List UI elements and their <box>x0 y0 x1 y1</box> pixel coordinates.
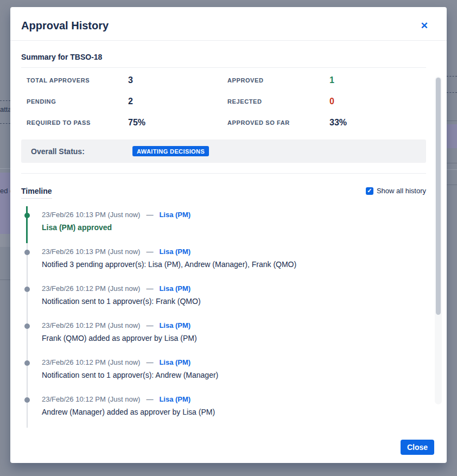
backdrop-divider <box>447 120 457 121</box>
stat-label-approved-so-far: APPROVED SO FAR <box>227 119 290 126</box>
stat-value-required-to-pass: 75% <box>128 118 145 128</box>
timeline-actor-link[interactable]: Lisa (PM) <box>159 211 191 219</box>
timeline-dot-icon <box>24 213 30 218</box>
timeline-message: Notified 3 pending approver(s): Lisa (PM… <box>42 260 426 269</box>
backdrop-divider <box>447 163 457 163</box>
timeline-timestamp: 23/Feb/26 10:12 PM (Just now) <box>42 395 140 403</box>
divider <box>21 173 426 174</box>
timeline-connector-line <box>27 280 28 317</box>
close-button[interactable]: Close <box>401 440 434 455</box>
backdrop-divider <box>447 185 457 185</box>
screen: atta ed o Approval History ✕ Summary for… <box>0 0 457 476</box>
modal-header: Approval History ✕ <box>10 7 447 41</box>
timeline-entry-meta: 23/Feb/26 10:12 PM (Just now)—Lisa (PM) <box>42 354 426 366</box>
backdrop-highlight-row: ed o <box>0 173 10 234</box>
timeline-timestamp: 23/Feb/26 10:12 PM (Just now) <box>42 284 140 293</box>
stat-value-approved: 1 <box>329 75 334 85</box>
backdrop-text-fragment: atta <box>0 105 10 113</box>
timeline-entry: 23/Feb/26 10:12 PM (Just now)—Lisa (PM) … <box>21 280 426 317</box>
modal-footer: Close <box>10 434 447 463</box>
timeline-separator: — <box>146 395 153 403</box>
timeline-entry-meta: 23/Feb/26 10:12 PM (Just now)—Lisa (PM) <box>42 391 426 403</box>
timeline-actor-link[interactable]: Lisa (PM) <box>159 321 191 329</box>
timeline-timestamp: 23/Feb/26 10:13 PM (Just now) <box>42 211 140 219</box>
backdrop-dashed-line <box>0 123 10 124</box>
timeline-actor-link[interactable]: Lisa (PM) <box>159 284 191 293</box>
timeline-timestamp: 23/Feb/26 10:12 PM (Just now) <box>42 358 140 366</box>
timeline-timestamp: 23/Feb/26 10:12 PM (Just now) <box>42 321 140 329</box>
timeline-entry: 23/Feb/26 10:13 PM (Just now)—Lisa (PM) … <box>21 243 426 280</box>
backdrop-divider <box>447 169 457 170</box>
timeline-message: Andrew (Manager) added as approver by Li… <box>42 408 426 416</box>
backdrop-text-fragment: ed o <box>0 173 10 195</box>
timeline-separator: — <box>146 284 153 293</box>
timeline-entry: 23/Feb/26 10:12 PM (Just now)—Lisa (PM) … <box>21 317 426 354</box>
timeline-entry-meta: 23/Feb/26 10:13 PM (Just now)—Lisa (PM) <box>42 243 426 256</box>
summary-stats-grid: TOTAL APPROVERS 3 APPROVED 1 PENDING 2 R… <box>21 69 426 133</box>
stat-label-total-approvers: TOTAL APPROVERS <box>27 77 90 84</box>
status-badge: AWAITING DECISIONS <box>132 146 209 156</box>
timeline-message: Notification sent to 1 approver(s): Fran… <box>42 297 426 306</box>
show-all-history-toggle[interactable]: ✓ Show all history <box>366 187 426 195</box>
check-icon: ✓ <box>367 188 372 194</box>
timeline-separator: — <box>146 358 153 366</box>
timeline-message: Notification sent to 1 approver(s): Andr… <box>42 371 426 379</box>
stat-value-pending: 2 <box>128 97 133 106</box>
stat-value-approved-so-far: 33% <box>329 118 347 128</box>
stat-label-approved: APPROVED <box>227 77 264 84</box>
timeline-connector-line <box>27 354 28 391</box>
modal-title: Approval History <box>21 20 418 32</box>
stat-label-required-to-pass: REQUIRED TO PASS <box>27 119 91 126</box>
scrollbar-track[interactable] <box>435 77 442 404</box>
backdrop-divider <box>0 168 10 169</box>
timeline-heading: Timeline <box>21 187 52 199</box>
summary-heading: Summary for TBSO-18 <box>21 53 426 61</box>
timeline-separator: — <box>146 247 153 256</box>
backdrop-row <box>0 234 10 247</box>
scrollbar-thumb[interactable] <box>436 78 441 315</box>
modal-body: Summary for TBSO-18 TOTAL APPROVERS 3 AP… <box>10 41 447 434</box>
timeline-message: Lisa (PM) approved <box>42 223 426 232</box>
divider <box>21 67 426 68</box>
backdrop-dashed-line <box>447 76 457 77</box>
timeline-dot-icon <box>24 250 30 255</box>
timeline-entry: 23/Feb/26 10:12 PM (Just now)—Lisa (PM) … <box>21 354 426 391</box>
timeline-actor-link[interactable]: Lisa (PM) <box>159 395 191 403</box>
timeline-entry-meta: 23/Feb/26 10:13 PM (Just now)—Lisa (PM) <box>42 206 426 219</box>
overall-status-label: Overall Status: <box>31 147 132 156</box>
timeline-message: Frank (QMO) added as approver by Lisa (P… <box>42 334 426 342</box>
close-icon[interactable]: ✕ <box>418 20 430 31</box>
stat-value-rejected: 0 <box>329 97 334 106</box>
timeline-dot-icon <box>24 397 30 403</box>
timeline-timestamp: 23/Feb/26 10:13 PM (Just now) <box>42 247 140 256</box>
timeline-entry: 23/Feb/26 10:13 PM (Just now)—Lisa (PM) … <box>21 206 426 243</box>
timeline-dot-icon <box>24 287 30 292</box>
backdrop-divider <box>0 280 10 280</box>
timeline-entry: 23/Feb/26 10:12 PM (Just now)—Lisa (PM) … <box>21 391 426 428</box>
show-all-history-checkbox[interactable]: ✓ <box>366 187 373 195</box>
backdrop-dashed-line <box>447 92 457 93</box>
timeline-header-row: Timeline ✓ Show all history <box>21 187 426 199</box>
timeline-actor-link[interactable]: Lisa (PM) <box>159 247 191 256</box>
timeline-separator: — <box>146 211 153 219</box>
timeline-connector-line <box>27 317 28 354</box>
overall-status-bar: Overall Status: AWAITING DECISIONS <box>21 139 426 163</box>
stat-label-rejected: REJECTED <box>227 98 262 105</box>
stat-label-pending: PENDING <box>27 98 56 105</box>
timeline-entry-meta: 23/Feb/26 10:12 PM (Just now)—Lisa (PM) <box>42 280 426 293</box>
timeline-connector-line <box>27 391 28 428</box>
backdrop-dashed-line <box>0 100 10 101</box>
stat-value-total-approvers: 3 <box>128 75 133 85</box>
show-all-history-label: Show all history <box>377 187 426 195</box>
timeline-separator: — <box>146 321 153 329</box>
timeline-dot-icon <box>24 323 30 329</box>
approval-history-modal: Approval History ✕ Summary for TBSO-18 T… <box>10 7 447 463</box>
timeline-connector-line <box>27 243 28 280</box>
backdrop-highlight-row <box>447 124 457 148</box>
timeline-connector-line <box>26 206 28 243</box>
timeline-entry-meta: 23/Feb/26 10:12 PM (Just now)—Lisa (PM) <box>42 317 426 329</box>
timeline-actor-link[interactable]: Lisa (PM) <box>159 358 191 366</box>
timeline-dot-icon <box>24 360 30 366</box>
timeline-list: 23/Feb/26 10:13 PM (Just now)—Lisa (PM) … <box>21 206 426 428</box>
